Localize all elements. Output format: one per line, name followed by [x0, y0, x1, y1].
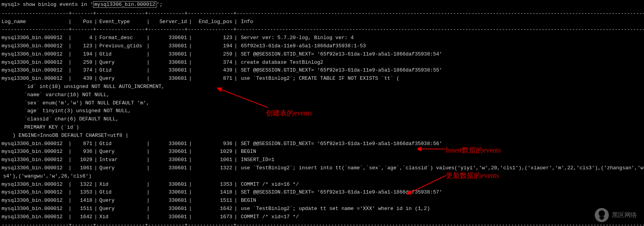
- cell-log: mysql3306_bin.000012: [2, 164, 66, 172]
- separator-header: ----------------------+-------+---------…: [0, 26, 644, 34]
- cell-pos: 1029: [74, 156, 92, 164]
- cell-log: mysql3306_bin.000012: [2, 181, 66, 189]
- cell-end: 374: [194, 59, 232, 67]
- cell-end: 123: [194, 34, 232, 42]
- table-row: mysql3306_bin.000012|4|Format_desc|33060…: [0, 34, 644, 42]
- cell-pos: 439: [74, 75, 92, 83]
- cell-pos: 1642: [74, 213, 92, 221]
- cell-evt: Query: [99, 205, 145, 213]
- cell-info: INSERT_ID=1: [239, 156, 642, 164]
- cell-end: 1322: [194, 164, 232, 172]
- separator-top: ----------------------+-------+---------…: [0, 10, 644, 18]
- cell-pos: 374: [74, 66, 92, 75]
- cell-evt: Gtid: [99, 50, 145, 59]
- cell-log: mysql3306_bin.000012: [2, 50, 66, 59]
- cell-end: 259: [194, 50, 232, 59]
- cell-srv: 330601: [152, 59, 187, 67]
- cell-end: 1029: [194, 148, 232, 156]
- cell-log: mysql3306_bin.000012: [2, 156, 66, 164]
- cell-pos: 1511: [74, 205, 92, 213]
- create-table-line: `age` tinyint(3) unsigned NOT NULL,: [0, 107, 644, 115]
- table-row: mysql3306_bin.000012|1322|Xid|330601|135…: [0, 181, 644, 189]
- table-row: mysql3306_bin.000012|1029|Intvar|330601|…: [0, 156, 644, 164]
- cell-info: use `TestBinlog2`; update tt set name ='…: [239, 205, 642, 213]
- cell-log: mysql3306_bin.000012: [2, 148, 66, 156]
- col-end: End_log_pos: [194, 18, 232, 26]
- cell-end: 1418: [194, 188, 232, 197]
- separator-bottom: ----------------------+-------+---------…: [0, 221, 644, 226]
- col-evt: Event_type: [99, 18, 145, 26]
- insert-continuation: s4'),('wangwu','w',26,'cls6'): [0, 172, 644, 181]
- cell-srv: 330601: [152, 213, 187, 221]
- cell-srv: 330601: [152, 156, 187, 164]
- cell-info: SET @@SESSION.GTID_NEXT= '65f92e13-61da-…: [239, 66, 642, 75]
- cell-evt: Previous_gtids: [99, 42, 145, 50]
- cell-pos: 123: [74, 42, 92, 50]
- cell-log: mysql3306_bin.000012: [2, 59, 66, 67]
- cell-info: create database TestBinlog2: [239, 59, 642, 67]
- cell-info: use `TestBinlog2`; CREATE TABLE IF NOT E…: [239, 75, 642, 83]
- cmd-after: ';: [156, 2, 163, 7]
- table-row: mysql3306_bin.000012|194|Gtid|330601|259…: [0, 50, 644, 59]
- cell-log: mysql3306_bin.000012: [2, 140, 66, 148]
- mysql-prompt[interactable]: mysql> show binlog events in 'mysql3306_…: [0, 0, 644, 10]
- cell-evt: Query: [99, 164, 145, 172]
- cell-info: use `TestBinlog2`; insert into tt(`name`…: [239, 164, 644, 172]
- create-close: ) ENGINE=InnoDB DEFAULT CHARSET=utf8 |: [0, 132, 644, 140]
- cell-end: 1353: [194, 181, 232, 189]
- cell-info: SET @@SESSION.GTID_NEXT= '65f92e13-61da-…: [239, 50, 642, 59]
- cell-srv: 330601: [152, 34, 187, 42]
- cell-pos: 194: [74, 50, 92, 59]
- cell-info: BEGIN: [239, 148, 642, 156]
- create-table-line: `classid` char(6) DEFAULT NULL,: [0, 115, 644, 124]
- table-row: mysql3306_bin.000012|123|Previous_gtids|…: [0, 42, 644, 50]
- cell-info: Server ver: 5.7.20-log, Binlog ver: 4: [239, 34, 642, 42]
- create-table-line: `id` int(10) unsigned NOT NULL AUTO_INCR…: [0, 83, 644, 91]
- cell-evt: Gtid: [99, 140, 145, 148]
- cell-srv: 330601: [152, 188, 187, 197]
- cell-evt: Xid: [99, 213, 145, 221]
- cell-evt: Format_desc: [99, 34, 145, 42]
- cell-evt: Query: [99, 148, 145, 156]
- table-row: mysql3306_bin.000012|936|Query|330601|10…: [0, 148, 644, 156]
- cell-evt: Xid: [99, 181, 145, 189]
- col-log: Log_name: [2, 18, 66, 26]
- watermark: 黑区网络: [595, 208, 637, 222]
- cell-info: BEGIN: [239, 197, 642, 205]
- watermark-text: 黑区网络: [612, 210, 637, 220]
- cell-srv: 330601: [152, 197, 187, 205]
- cell-evt: Query: [99, 75, 145, 83]
- cmd-before: show binlog events in ': [23, 2, 93, 7]
- table-row: mysql3306_bin.000012|1418|Query|330601|1…: [0, 197, 644, 205]
- cell-log: mysql3306_bin.000012: [2, 213, 66, 221]
- cell-pos: 4: [74, 34, 92, 42]
- cell-pos: 259: [74, 59, 92, 67]
- cell-end: 871: [194, 75, 232, 83]
- cell-end: 1511: [194, 197, 232, 205]
- table-row: mysql3306_bin.000012|871|Gtid|330601|936…: [0, 140, 644, 148]
- col-info: Info: [239, 18, 642, 26]
- cell-pos: 871: [74, 140, 92, 148]
- cell-srv: 330601: [152, 50, 187, 59]
- cell-info: COMMIT /* xid=16 */: [239, 181, 642, 189]
- cell-log: mysql3306_bin.000012: [2, 75, 66, 83]
- table-row: mysql3306_bin.000012|259|Query|330601|37…: [0, 59, 644, 67]
- table-row: mysql3306_bin.000012|1642|Xid|330601|167…: [0, 213, 644, 221]
- cell-pos: 936: [74, 148, 92, 156]
- cell-log: mysql3306_bin.000012: [2, 197, 66, 205]
- cell-log: mysql3306_bin.000012: [2, 188, 66, 197]
- cell-pos: 1061: [74, 164, 92, 172]
- create-table-line: `sex` enum('m','w') NOT NULL DEFAULT 'm'…: [0, 99, 644, 108]
- cell-evt: Gtid: [99, 66, 145, 75]
- table-row: mysql3306_bin.000012|439|Query|330601|87…: [0, 75, 644, 83]
- cell-end: 1642: [194, 205, 232, 213]
- cell-info: COMMIT /* xid=17 */: [239, 213, 642, 221]
- cell-info: 65f92e13-61da-11e9-a5a1-1866daf35938:1-5…: [239, 42, 642, 50]
- cell-log: mysql3306_bin.000012: [2, 42, 66, 50]
- cell-srv: 330601: [152, 181, 187, 189]
- cell-log: mysql3306_bin.000012: [2, 34, 66, 42]
- cell-end: 1061: [194, 156, 232, 164]
- cell-srv: 330601: [152, 66, 187, 75]
- cell-srv: 330601: [152, 148, 187, 156]
- table-row: mysql3306_bin.000012|1511|Query|330601|1…: [0, 205, 644, 213]
